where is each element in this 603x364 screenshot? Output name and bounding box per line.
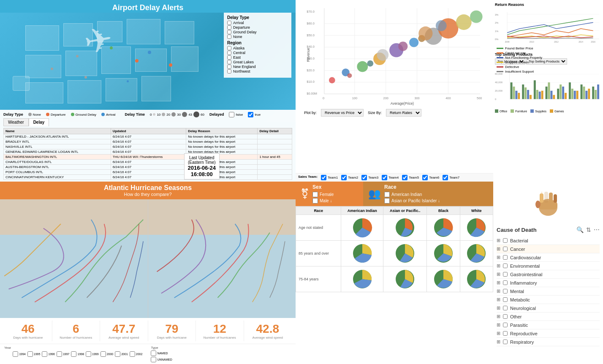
weather-tab[interactable]: Weather xyxy=(3,118,29,126)
neurological-checkbox[interactable] xyxy=(503,306,508,310)
delay-type-legend-label: Delay Type xyxy=(3,112,23,117)
svg-rect-96 xyxy=(592,87,594,99)
other-expand[interactable]: ⊞ xyxy=(497,314,500,319)
northwest-checkbox[interactable] xyxy=(227,69,231,73)
east-checkbox[interactable] xyxy=(227,55,231,60)
svg-rect-114 xyxy=(544,192,548,203)
false-checkbox[interactable] xyxy=(229,112,234,117)
mental-expand[interactable]: ⊞ xyxy=(497,288,500,294)
team2-checkbox[interactable] xyxy=(341,175,347,180)
svg-rect-68 xyxy=(511,82,513,99)
year-1997[interactable] xyxy=(57,351,62,357)
year-2002[interactable] xyxy=(130,351,135,357)
team7-checkbox[interactable] xyxy=(443,175,448,180)
year-2001[interactable] xyxy=(115,351,120,357)
pie-age-not-stated-1 xyxy=(341,215,383,241)
gastrointestinal-checkbox[interactable] xyxy=(503,272,508,277)
environmental-expand[interactable]: ⊞ xyxy=(497,263,500,269)
american-indian-checkbox[interactable] xyxy=(384,192,390,197)
table-row: HARTSFIELD - JACKSON ATLANTA INTL6/24/16… xyxy=(4,134,292,139)
year-1996[interactable] xyxy=(42,351,47,357)
region-label: Region xyxy=(227,41,288,45)
hand-icon xyxy=(531,188,565,222)
team4-checkbox[interactable] xyxy=(382,175,387,180)
bacterial-expand[interactable]: ⊞ xyxy=(497,238,500,243)
col-name: Name xyxy=(4,128,111,134)
stat-label-hurricanes-right: Number of hurricanes xyxy=(198,336,242,340)
scatter-area: $0.00M $10.0 $20.0 $30.0 $40.0 $50.0 $60… xyxy=(296,0,493,173)
year-1994[interactable] xyxy=(13,351,18,357)
parasitic-expand[interactable]: ⊞ xyxy=(497,322,500,328)
more-icon[interactable]: ⋯ xyxy=(594,226,600,233)
team1-checkbox[interactable] xyxy=(321,175,326,180)
metabolic-expand[interactable]: ⊞ xyxy=(497,297,500,302)
svg-rect-89 xyxy=(571,89,573,99)
svg-text:400: 400 xyxy=(445,96,451,100)
svg-rect-115 xyxy=(549,193,553,203)
departure-checkbox[interactable] xyxy=(227,25,231,30)
arrival-checkbox[interactable] xyxy=(227,21,231,25)
plot-by-select[interactable]: Revenue vs Price xyxy=(321,109,364,117)
none-checkbox[interactable] xyxy=(227,35,231,39)
team5-checkbox[interactable] xyxy=(402,175,407,180)
year-1999[interactable] xyxy=(86,351,91,357)
stat-num-12: 12 xyxy=(198,322,242,336)
svg-text:$70.0: $70.0 xyxy=(307,10,314,14)
female-checkbox[interactable] xyxy=(312,192,318,197)
respiratory-expand[interactable]: ⊞ xyxy=(497,339,500,345)
size-by-select[interactable]: Return Rates xyxy=(386,109,421,117)
other-checkbox[interactable] xyxy=(503,314,508,319)
great-lakes-checkbox[interactable] xyxy=(227,60,231,64)
mental-checkbox[interactable] xyxy=(503,289,508,293)
cause-of-death-title: Cause of Death xyxy=(497,227,537,233)
cardiovascular-expand[interactable]: ⊞ xyxy=(497,255,500,260)
respiratory-label: Respiratory xyxy=(510,340,534,345)
reproductive-checkbox[interactable] xyxy=(503,331,508,336)
svg-rect-98 xyxy=(597,84,599,99)
svg-text:$60.0: $60.0 xyxy=(307,22,314,25)
respiratory-checkbox[interactable] xyxy=(503,340,508,344)
bacterial-checkbox[interactable] xyxy=(503,238,508,243)
svg-point-44 xyxy=(436,20,447,31)
cancer-checkbox[interactable] xyxy=(503,247,508,251)
table-row: NASHVILLE INTL6/24/16 4:07No known delay… xyxy=(4,144,292,149)
inflammatory-checkbox[interactable] xyxy=(503,280,508,285)
reproductive-expand[interactable]: ⊞ xyxy=(497,331,500,336)
search-icon[interactable]: 🔍 xyxy=(576,226,584,233)
ground-delay-checkbox[interactable] xyxy=(227,30,231,34)
environmental-checkbox[interactable] xyxy=(503,263,508,268)
alaska-checkbox[interactable] xyxy=(227,46,231,50)
new-england-checkbox[interactable] xyxy=(227,65,231,69)
delay-tab[interactable]: Delay xyxy=(29,118,49,126)
svg-rect-71 xyxy=(518,93,520,99)
svg-text:2014: 2014 xyxy=(579,41,583,43)
year-1995[interactable] xyxy=(27,351,33,357)
gastrointestinal-expand[interactable]: ⊞ xyxy=(497,272,500,277)
pie-75-1 xyxy=(341,266,383,292)
team3-checkbox[interactable] xyxy=(361,175,367,180)
inflammatory-expand[interactable]: ⊞ xyxy=(497,280,500,285)
sort-icon[interactable]: ⇅ xyxy=(586,226,591,233)
central-checkbox[interactable] xyxy=(227,51,231,55)
airport-bottom: Delay Type None Departure Ground Delay A… xyxy=(0,110,296,182)
race-icon: 👥 xyxy=(368,188,381,200)
table-row: AUSTIN-BERGSTROM INTL6/24/16 4:07No know… xyxy=(4,165,292,170)
parasitic-checkbox[interactable] xyxy=(503,323,508,327)
cardiovascular-checkbox[interactable] xyxy=(503,255,508,260)
unnamed-checkbox[interactable] xyxy=(151,357,156,362)
svg-text:2012: 2012 xyxy=(554,41,559,43)
year-2000[interactable] xyxy=(100,351,106,357)
true-checkbox[interactable] xyxy=(248,112,253,117)
neurological-expand[interactable]: ⊞ xyxy=(497,305,500,311)
row-85-years: 85 years and over xyxy=(296,241,493,266)
delay-table: Name Updated Delay Reason Delay Detail H… xyxy=(3,128,292,180)
year-1998[interactable] xyxy=(71,351,76,357)
asian-checkbox[interactable] xyxy=(384,198,390,204)
cancer-expand[interactable]: ⊞ xyxy=(497,246,500,252)
team6-checkbox[interactable] xyxy=(422,175,428,180)
metabolic-label: Metabolic xyxy=(510,297,530,302)
metabolic-checkbox[interactable] xyxy=(503,297,508,302)
svg-text:40,000: 40,000 xyxy=(495,81,503,84)
named-checkbox[interactable] xyxy=(151,350,156,356)
male-checkbox[interactable] xyxy=(312,198,318,204)
